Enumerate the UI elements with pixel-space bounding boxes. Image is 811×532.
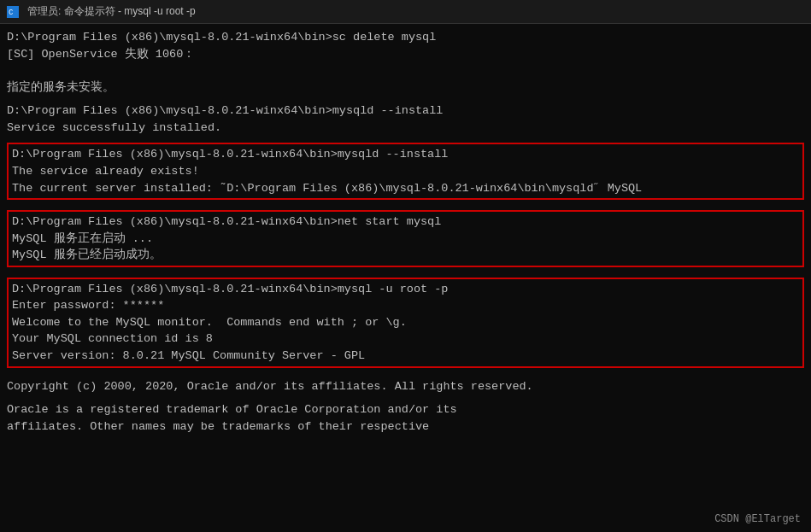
spacer	[7, 371, 804, 378]
terminal-line: [SC] OpenService 失败 1060：	[7, 46, 804, 63]
terminal-line: Service successfully installed.	[7, 120, 804, 137]
cmd-icon: C	[7, 6, 19, 18]
spacer	[7, 136, 804, 139]
title-bar: C 管理员: 命令提示符 - mysql -u root -p	[0, 0, 811, 24]
terminal-line: D:\Program Files (x86)\mysql-8.0.21-winx…	[12, 213, 799, 231]
terminal-line: Your MySQL connection id is 8	[12, 330, 799, 348]
terminal-line: 指定的服务未安装。	[7, 79, 804, 96]
terminal-line: affiliates. Other names may be trademark…	[7, 418, 804, 436]
terminal-line: Server version: 8.0.21 MySQL Community S…	[12, 348, 799, 365]
terminal-line: D:\Program Files (x86)\mysql-8.0.21-winx…	[12, 281, 799, 298]
title-bar-text: 管理员: 命令提示符 - mysql -u root -p	[27, 4, 196, 19]
terminal-line: Enter password: ******	[12, 297, 799, 314]
svg-text:C: C	[9, 9, 14, 16]
red-box-3: D:\Program Files (x86)\mysql-8.0.21-winx…	[7, 278, 804, 368]
spacer	[7, 395, 804, 401]
terminal-line	[7, 62, 804, 79]
spacer	[7, 96, 804, 102]
terminal-line: Copyright (c) 2000, 2020, Oracle and/or …	[7, 378, 804, 395]
spacer	[7, 203, 804, 207]
terminal-line: Welcome to the MySQL monitor. Commands e…	[12, 314, 799, 331]
terminal-line: D:\Program Files (x86)\mysql-8.0.21-winx…	[7, 102, 804, 120]
terminal-body: D:\Program Files (x86)\mysql-8.0.21-winx…	[0, 24, 811, 532]
red-box-1: D:\Program Files (x86)\mysql-8.0.21-winx…	[7, 143, 804, 200]
terminal-line: MySQL 服务正在启动 ...	[12, 231, 799, 248]
terminal-line: Oracle is a registered trademark of Orac…	[7, 401, 804, 418]
terminal-line: MySQL 服务已经启动成功。	[12, 247, 799, 264]
terminal-line: D:\Program Files (x86)\mysql-8.0.21-winx…	[7, 29, 804, 46]
red-box-2: D:\Program Files (x86)\mysql-8.0.21-winx…	[7, 210, 804, 267]
terminal-line: D:\Program Files (x86)\mysql-8.0.21-winx…	[12, 146, 799, 163]
terminal-line: The current server installed: ˜D:\Progra…	[12, 180, 799, 197]
terminal-line: The service already exists!	[12, 163, 799, 180]
watermark: CSDN @ElTarget	[714, 513, 801, 525]
spacer	[7, 271, 804, 274]
